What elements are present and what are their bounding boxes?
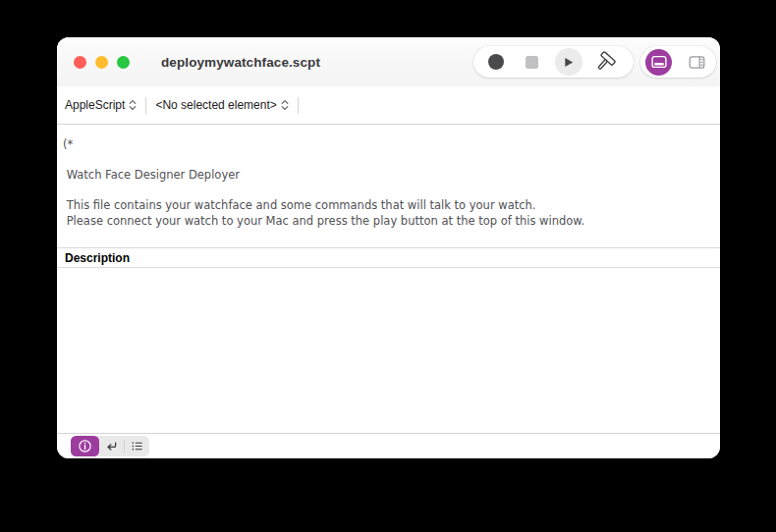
language-popup[interactable]: AppleScript — [65, 98, 137, 112]
script-line: (* — [63, 137, 714, 153]
bottom-bar — [57, 433, 720, 458]
info-circle-icon — [78, 439, 92, 453]
script-line: This file contains your watchface and so… — [63, 198, 714, 214]
script-line — [63, 153, 714, 169]
stop-button[interactable] — [514, 46, 550, 78]
chevron-up-down-icon — [129, 99, 137, 111]
script-line: Please connect your watch to your Mac an… — [63, 214, 714, 230]
desktop-background: deploymywatchface.scpt — [0, 0, 776, 532]
script-line: Watch Face Designer Deployer — [63, 168, 714, 184]
description-tab[interactable] — [71, 436, 99, 456]
play-icon — [555, 48, 582, 76]
toolbar-run-group — [473, 46, 634, 78]
toggle-sidebar-button[interactable] — [682, 46, 711, 78]
description-panel[interactable] — [57, 268, 720, 433]
result-tab[interactable] — [99, 436, 124, 456]
element-popup-label: <No selected element> — [155, 98, 276, 112]
minimize-button[interactable] — [95, 56, 108, 69]
hammer-icon — [593, 51, 616, 74]
description-pane-header: Description — [57, 247, 720, 268]
bullet-list-icon — [130, 439, 144, 453]
navbar-divider — [298, 97, 299, 114]
log-tab[interactable] — [125, 436, 149, 456]
zoom-button[interactable] — [117, 56, 130, 69]
record-icon — [488, 54, 504, 70]
element-popup[interactable]: <No selected element> — [155, 98, 288, 112]
script-line — [63, 184, 714, 199]
script-editor-window: deploymywatchface.scpt — [57, 37, 720, 458]
window-title: deploymywatchface.scpt — [161, 37, 320, 86]
window-titlebar[interactable]: deploymywatchface.scpt — [57, 37, 720, 86]
language-popup-label: AppleScript — [65, 98, 125, 112]
script-editor[interactable]: (* Watch Face Designer Deployer This fil… — [57, 125, 720, 247]
compile-button[interactable] — [586, 46, 623, 78]
return-arrow-icon — [104, 439, 119, 453]
window-controls — [74, 56, 130, 69]
navbar-divider — [145, 97, 146, 114]
panel-right-icon — [688, 53, 706, 72]
description-pane-title: Description — [65, 251, 130, 265]
toolbar-view-group — [640, 46, 716, 78]
record-button[interactable] — [477, 46, 514, 78]
show-bottom-bar-button[interactable] — [645, 49, 672, 76]
panel-bottom-icon — [650, 53, 668, 71]
accessory-view-segmented-control — [71, 436, 149, 456]
close-button[interactable] — [74, 56, 86, 69]
navigation-bar: AppleScript <No selected element> — [57, 86, 720, 125]
run-button[interactable] — [550, 46, 586, 78]
chevron-up-down-icon — [281, 99, 289, 111]
stop-icon — [526, 56, 538, 69]
